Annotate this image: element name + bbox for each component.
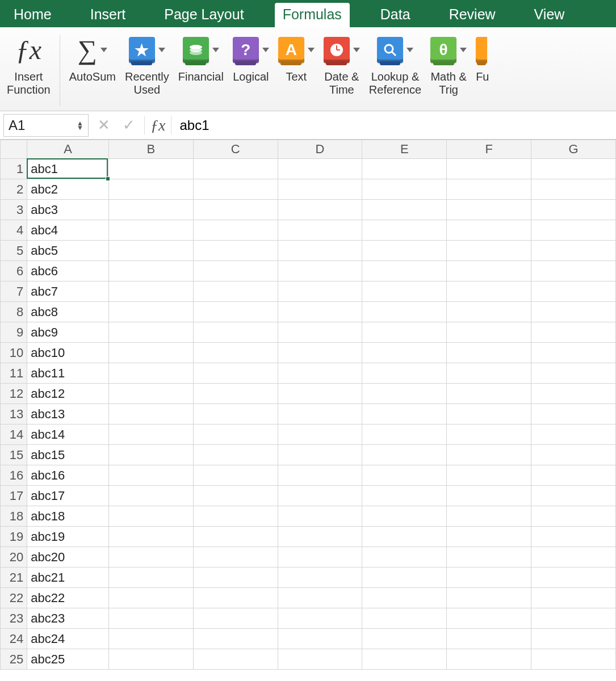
cell-G13[interactable]: [531, 404, 616, 424]
cell-E20[interactable]: [362, 547, 447, 568]
cell-B14[interactable]: [108, 424, 193, 445]
cell-E5[interactable]: [362, 241, 447, 261]
row-16[interactable]: 16abc16: [1, 465, 616, 486]
cell-A3[interactable]: abc3: [27, 200, 109, 220]
cell-D12[interactable]: [278, 384, 362, 404]
cell-G20[interactable]: [531, 547, 616, 568]
cell-D6[interactable]: [278, 261, 362, 281]
row-header-22[interactable]: 22: [1, 588, 27, 608]
cell-F8[interactable]: [447, 302, 531, 322]
cell-A18[interactable]: abc18: [27, 506, 109, 527]
cell-G9[interactable]: [531, 322, 616, 343]
cell-E11[interactable]: [362, 363, 447, 384]
cell-B4[interactable]: [108, 220, 193, 241]
row-15[interactable]: 15abc15: [1, 445, 616, 465]
cell-A4[interactable]: abc4: [27, 220, 109, 241]
formula-input[interactable]: [177, 115, 613, 136]
cell-G4[interactable]: [531, 220, 616, 241]
col-header-E[interactable]: E: [362, 140, 447, 159]
cell-A13[interactable]: abc13: [27, 404, 109, 424]
row-19[interactable]: 19abc19: [1, 527, 616, 547]
select-all-corner[interactable]: [1, 140, 27, 159]
cell-F18[interactable]: [447, 506, 531, 527]
cell-B16[interactable]: [108, 465, 193, 486]
cell-E10[interactable]: [362, 343, 447, 363]
cell-D14[interactable]: [278, 424, 362, 445]
cell-G3[interactable]: [531, 200, 616, 220]
row-20[interactable]: 20abc20: [1, 547, 616, 568]
cell-C6[interactable]: [193, 261, 278, 281]
cell-C23[interactable]: [193, 608, 278, 629]
row-13[interactable]: 13abc13: [1, 404, 616, 424]
cell-B21[interactable]: [108, 568, 193, 588]
cell-F5[interactable]: [447, 241, 531, 261]
row-3[interactable]: 3abc3: [1, 200, 616, 220]
cell-G8[interactable]: [531, 302, 616, 322]
cell-D22[interactable]: [278, 588, 362, 608]
group-recently-used[interactable]: ★ Recently Used: [121, 33, 173, 96]
cell-A10[interactable]: abc10: [27, 343, 109, 363]
name-box-stepper-icon[interactable]: ▲▼: [77, 121, 83, 130]
row-header-14[interactable]: 14: [1, 424, 27, 445]
group-autosum[interactable]: ∑ AutoSum: [66, 33, 119, 83]
cell-A12[interactable]: abc12: [27, 384, 109, 404]
row-5[interactable]: 5abc5: [1, 241, 616, 261]
row-7[interactable]: 7abc7: [1, 281, 616, 302]
cell-A24[interactable]: abc24: [27, 629, 109, 649]
cell-A20[interactable]: abc20: [27, 547, 109, 568]
cell-C7[interactable]: [193, 281, 278, 302]
cell-F19[interactable]: [447, 527, 531, 547]
row-14[interactable]: 14abc14: [1, 424, 616, 445]
cell-A19[interactable]: abc19: [27, 527, 109, 547]
row-header-5[interactable]: 5: [1, 241, 27, 261]
cell-B22[interactable]: [108, 588, 193, 608]
cell-G25[interactable]: [531, 649, 616, 670]
row-header-8[interactable]: 8: [1, 302, 27, 322]
cell-C3[interactable]: [193, 200, 278, 220]
cell-D21[interactable]: [278, 568, 362, 588]
formula-fx-icon[interactable]: ƒx: [150, 116, 165, 134]
cell-A16[interactable]: abc16: [27, 465, 109, 486]
cancel-formula-button[interactable]: ✕: [94, 116, 114, 134]
cell-C14[interactable]: [193, 424, 278, 445]
cell-A7[interactable]: abc7: [27, 281, 109, 302]
row-25[interactable]: 25abc25: [1, 649, 616, 670]
cell-C4[interactable]: [193, 220, 278, 241]
cell-F14[interactable]: [447, 424, 531, 445]
cell-G22[interactable]: [531, 588, 616, 608]
group-text[interactable]: A Text: [275, 33, 318, 83]
cell-D18[interactable]: [278, 506, 362, 527]
cell-A14[interactable]: abc14: [27, 424, 109, 445]
cell-F13[interactable]: [447, 404, 531, 424]
cell-B13[interactable]: [108, 404, 193, 424]
cell-E23[interactable]: [362, 608, 447, 629]
worksheet-grid[interactable]: A B C D E F G 1abc12abc23abc34abc45abc56…: [0, 140, 616, 670]
cell-B24[interactable]: [108, 629, 193, 649]
cell-B3[interactable]: [108, 200, 193, 220]
cell-G6[interactable]: [531, 261, 616, 281]
cell-B5[interactable]: [108, 241, 193, 261]
cell-E12[interactable]: [362, 384, 447, 404]
cell-C24[interactable]: [193, 629, 278, 649]
cell-E8[interactable]: [362, 302, 447, 322]
group-insert-function[interactable]: ƒx Insert Function: [3, 33, 54, 96]
cell-F25[interactable]: [447, 649, 531, 670]
row-header-12[interactable]: 12: [1, 384, 27, 404]
cell-B11[interactable]: [108, 363, 193, 384]
cell-F12[interactable]: [447, 384, 531, 404]
tab-view[interactable]: View: [526, 3, 573, 27]
row-header-6[interactable]: 6: [1, 261, 27, 281]
cell-C15[interactable]: [193, 445, 278, 465]
cell-A15[interactable]: abc15: [27, 445, 109, 465]
cell-F11[interactable]: [447, 363, 531, 384]
cell-B2[interactable]: [108, 179, 193, 200]
cell-F9[interactable]: [447, 322, 531, 343]
row-header-23[interactable]: 23: [1, 608, 27, 629]
cell-C2[interactable]: [193, 179, 278, 200]
cell-D3[interactable]: [278, 200, 362, 220]
cell-B7[interactable]: [108, 281, 193, 302]
cell-F7[interactable]: [447, 281, 531, 302]
cell-C5[interactable]: [193, 241, 278, 261]
cell-F21[interactable]: [447, 568, 531, 588]
text-caret-icon[interactable]: [308, 48, 315, 52]
